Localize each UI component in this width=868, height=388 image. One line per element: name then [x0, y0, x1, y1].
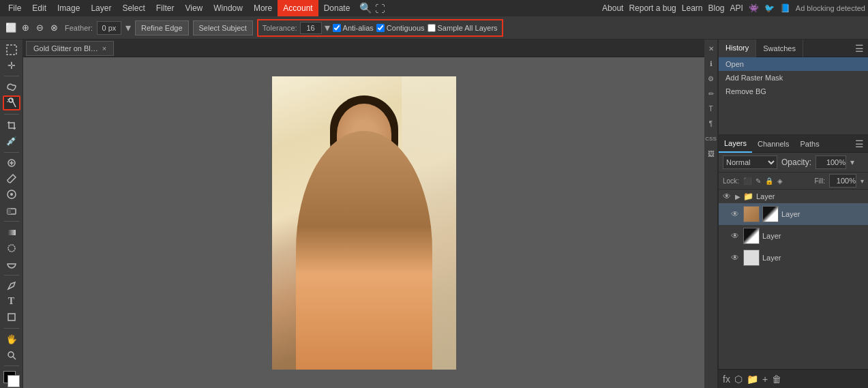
tolerance-input[interactable]: [300, 22, 322, 34]
layer-row-3[interactable]: 👁 Layer: [719, 247, 868, 269]
menu-view[interactable]: View: [179, 0, 208, 16]
layer-group[interactable]: 👁 ▶ 📁 Layer: [719, 190, 868, 203]
swatches-tab[interactable]: Swatches: [756, 40, 803, 57]
add-style-icon[interactable]: fx: [723, 374, 730, 385]
history-menu-btn[interactable]: ☰: [851, 43, 868, 54]
select-subject-button[interactable]: Select Subject: [193, 20, 253, 35]
magic-wand-tool-btn[interactable]: [3, 95, 20, 110]
opacity-input[interactable]: [815, 155, 846, 169]
tab-close-btn[interactable]: ×: [102, 44, 106, 53]
menu-file[interactable]: File: [3, 0, 27, 16]
blog-link[interactable]: Blog: [708, 3, 724, 13]
canvas-viewport[interactable]: [23, 57, 704, 388]
eraser-tool-btn[interactable]: [3, 203, 20, 218]
hand-tool-btn[interactable]: 🖐: [3, 332, 20, 346]
opacity-arrow[interactable]: ▾: [850, 158, 854, 167]
shape-tool-btn[interactable]: [3, 310, 20, 325]
search-icon[interactable]: 🔍: [359, 2, 372, 14]
refine-edge-button[interactable]: Refine Edge: [135, 20, 189, 35]
lock-pixels-icon[interactable]: ⬛: [743, 177, 751, 185]
fill-input[interactable]: [829, 174, 856, 188]
info-icon[interactable]: ℹ: [705, 57, 717, 70]
eye-icon-1[interactable]: 👁: [731, 209, 740, 219]
crop-tool-btn[interactable]: [3, 118, 20, 132]
feather-label: Feather:: [65, 24, 93, 32]
menu-edit[interactable]: Edit: [27, 0, 52, 16]
paragraph-icon[interactable]: ¶: [705, 117, 717, 130]
add-mask-icon[interactable]: ⬡: [734, 374, 743, 385]
image-icon[interactable]: 🖼: [705, 147, 717, 160]
separator-6: [4, 328, 19, 329]
lock-artboard-icon[interactable]: ◈: [777, 177, 783, 185]
report-bug-link[interactable]: Report a bug: [629, 3, 676, 13]
learn-link[interactable]: Learn: [682, 3, 703, 13]
canvas-tab[interactable]: Gold Glitter on Bl… ×: [26, 41, 114, 56]
intersect-selection-icon[interactable]: ⊗: [47, 21, 61, 35]
new-selection-icon[interactable]: ⬜: [4, 21, 18, 35]
menu-donate[interactable]: Donate: [318, 0, 356, 16]
eye-icon-2[interactable]: 👁: [731, 231, 740, 241]
feather-input[interactable]: [97, 21, 121, 35]
history-item-open[interactable]: Open: [719, 57, 868, 71]
layers-tab[interactable]: Layers: [719, 135, 752, 153]
delete-layer-icon[interactable]: 🗑: [772, 374, 781, 385]
menu-image[interactable]: Image: [52, 0, 85, 16]
lock-all-icon[interactable]: 🔒: [765, 177, 773, 185]
subtract-selection-icon[interactable]: ⊖: [33, 21, 46, 35]
about-link[interactable]: About: [602, 3, 623, 13]
tolerance-dropdown[interactable]: ▾: [325, 21, 330, 34]
history-item-remove-bg[interactable]: Remove BG: [719, 85, 868, 98]
menu-account[interactable]: Account: [278, 0, 318, 16]
history-tab[interactable]: History: [719, 40, 756, 57]
contiguous-checkbox-label[interactable]: Contiguous: [376, 24, 425, 32]
fullscreen-icon[interactable]: ⛶: [375, 3, 385, 14]
eye-icon-3[interactable]: 👁: [731, 253, 740, 263]
lasso-tool-btn[interactable]: [3, 80, 20, 94]
layers-menu-btn[interactable]: ☰: [851, 138, 868, 149]
lock-position-icon[interactable]: ✎: [755, 177, 761, 185]
contiguous-checkbox[interactable]: [376, 24, 385, 32]
history-item-mask[interactable]: Add Raster Mask: [719, 71, 868, 85]
foreground-color-btn[interactable]: [2, 370, 21, 385]
fill-arrow[interactable]: ▾: [860, 177, 864, 185]
layer-row-2[interactable]: 👁 Layer: [719, 225, 868, 247]
text-icon[interactable]: T: [705, 102, 717, 115]
feather-dropdown[interactable]: ▾: [125, 21, 131, 34]
eye-icon-group[interactable]: 👁: [723, 192, 732, 201]
menu-window[interactable]: Window: [208, 0, 248, 16]
move-tool-btn[interactable]: ✛: [3, 58, 20, 72]
layer-row-1[interactable]: 👁 Layer: [719, 203, 868, 225]
add-selection-icon[interactable]: ⊕: [18, 21, 32, 35]
css-icon[interactable]: CSS: [705, 132, 717, 145]
sample-all-checkbox[interactable]: [428, 24, 436, 32]
blend-mode-select[interactable]: Normal: [723, 155, 777, 169]
api-link[interactable]: API: [730, 3, 743, 13]
anti-alias-checkbox-label[interactable]: Anti-alias: [333, 24, 374, 32]
close-panel-icon[interactable]: ✕: [705, 42, 717, 55]
brush-icon[interactable]: ✏: [705, 87, 717, 100]
dodge-tool-btn[interactable]: [3, 256, 20, 271]
brush-tool-btn[interactable]: [3, 172, 20, 186]
paths-tab[interactable]: Paths: [795, 135, 825, 153]
pen-tool-btn[interactable]: [3, 278, 20, 293]
new-group-icon[interactable]: 📁: [747, 374, 758, 385]
eyedropper-tool-btn[interactable]: 💉: [3, 134, 20, 148]
text-tool-btn[interactable]: T: [3, 295, 20, 309]
anti-alias-checkbox[interactable]: [333, 24, 341, 32]
healing-tool-btn[interactable]: [3, 155, 20, 170]
lock-row: Lock: ⬛ ✎ 🔒 ◈ Fill: ▾: [719, 173, 868, 190]
menu-filter[interactable]: Filter: [151, 0, 180, 16]
sample-all-checkbox-label[interactable]: Sample All Layers: [428, 24, 498, 32]
channels-tab[interactable]: Channels: [752, 135, 794, 153]
gradient-tool-btn[interactable]: [3, 225, 20, 239]
menu-more[interactable]: More: [248, 0, 278, 16]
new-layer-icon[interactable]: +: [762, 374, 768, 385]
settings-icon[interactable]: ⚙: [705, 72, 717, 85]
zoom-tool-btn[interactable]: [3, 348, 20, 362]
selection-tool-btn[interactable]: [3, 42, 20, 57]
menu-select[interactable]: Select: [117, 0, 150, 16]
blur-tool-btn[interactable]: [3, 241, 20, 255]
svg-rect-13: [8, 230, 16, 235]
clone-tool-btn[interactable]: [3, 188, 20, 202]
menu-layer[interactable]: Layer: [85, 0, 117, 16]
